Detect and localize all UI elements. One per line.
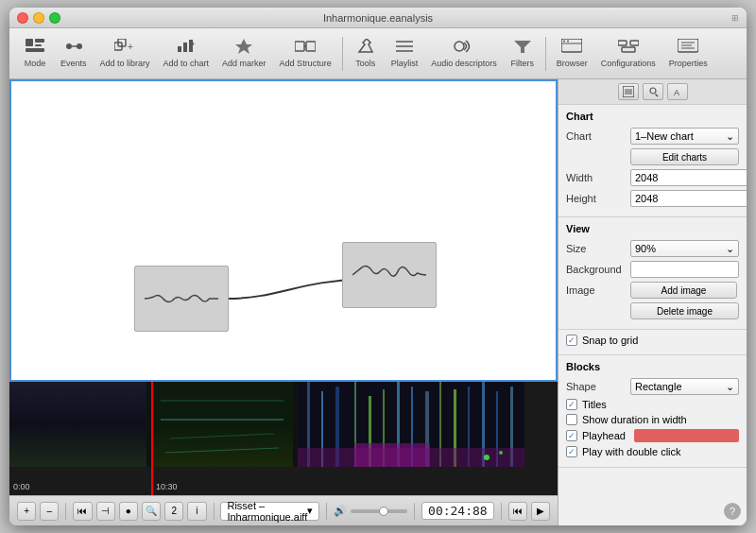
add-chart-label: Add to chart xyxy=(163,59,210,68)
add-chart-icon: + xyxy=(177,39,196,57)
toolbar-playlist[interactable]: Playlist xyxy=(386,35,424,72)
shape-select[interactable]: Rectangle ⌄ xyxy=(630,378,739,395)
toolbar-filters[interactable]: Filters xyxy=(505,35,541,72)
svg-rect-11 xyxy=(183,43,187,52)
svg-text:+: + xyxy=(191,40,196,48)
snap-checkbox[interactable]: ✓ xyxy=(566,335,577,346)
toolbar-properties[interactable]: Properties xyxy=(663,35,713,72)
audio-desc-label: Audio descriptors xyxy=(431,59,497,68)
width-row: Width xyxy=(566,169,739,186)
chart-value: 1–New chart xyxy=(635,130,694,142)
waveform-1 xyxy=(145,280,218,318)
chart-title: Chart xyxy=(566,111,739,122)
playhead-color[interactable] xyxy=(634,429,739,442)
height-input[interactable] xyxy=(630,190,747,207)
toolbar-sep-2 xyxy=(545,37,546,71)
snap-label: Snap to grid xyxy=(582,335,638,346)
show-duration-label: Show duration in width xyxy=(582,414,687,425)
play-button[interactable]: ▶ xyxy=(531,502,550,521)
edit-charts-row: Edit charts xyxy=(566,148,739,165)
delete-image-button[interactable]: Delete image xyxy=(630,302,739,319)
spectrogram-1 xyxy=(9,382,146,467)
volume-slider-track[interactable] xyxy=(351,509,407,513)
toolbar: Mode Events + Add to library + Add to ch… xyxy=(9,28,747,79)
toolbar-events[interactable]: Events xyxy=(55,35,93,72)
connector-svg xyxy=(11,81,556,380)
svg-rect-0 xyxy=(26,39,33,46)
add-button[interactable]: + xyxy=(17,502,36,521)
add-library-icon: + xyxy=(114,39,135,57)
toolbar-tools[interactable]: Tools xyxy=(348,35,384,72)
toolbar-browser[interactable]: Browser xyxy=(551,35,593,72)
resize-icon[interactable]: ⊞ xyxy=(731,13,739,23)
audio-block-2[interactable] xyxy=(342,242,437,308)
add-image-button[interactable]: Add image xyxy=(630,282,737,299)
tools-icon xyxy=(357,39,374,57)
main-content: 0:00 10:30 + – ⏮ ⊣ ● 🔍 2 i Ri xyxy=(9,79,747,525)
volume-slider-thumb[interactable] xyxy=(379,507,388,516)
close-button[interactable] xyxy=(17,12,28,24)
traffic-lights xyxy=(17,12,60,24)
edit-charts-button[interactable]: Edit charts xyxy=(630,148,739,165)
mode-label: Mode xyxy=(25,59,46,68)
num-button[interactable]: 2 xyxy=(164,502,183,521)
timeline-area[interactable]: 0:00 10:30 xyxy=(9,382,558,495)
configurations-icon xyxy=(618,39,639,57)
toolbar-audio-desc[interactable]: Audio descriptors xyxy=(425,35,503,72)
help-button[interactable]: ? xyxy=(724,503,741,520)
toolbar-add-chart[interactable]: + Add to chart xyxy=(158,35,215,72)
show-duration-row: Show duration in width xyxy=(566,414,739,425)
rewind-button[interactable]: ⏮ xyxy=(73,502,92,521)
svg-point-56 xyxy=(484,455,490,460)
image-label: Image xyxy=(566,284,630,296)
maximize-button[interactable] xyxy=(49,12,60,24)
chart-select[interactable]: 1–New chart ⌄ xyxy=(630,128,739,145)
chart-select-arrow: ⌄ xyxy=(726,130,734,143)
toolbar-configurations[interactable]: Configurations xyxy=(595,35,662,72)
minimize-button[interactable] xyxy=(33,12,44,24)
transport-sep-1 xyxy=(65,503,66,520)
main-window: Inharmonique.eanalysis ⊞ Mode Events + A… xyxy=(9,8,747,525)
titles-checkbox[interactable]: ✓ xyxy=(566,399,577,410)
record-button[interactable]: ● xyxy=(119,502,138,521)
playhead-checkbox[interactable]: ✓ xyxy=(566,430,577,441)
toolbar-mode[interactable]: Mode xyxy=(17,35,53,72)
toolbar-add-library[interactable]: + Add to library xyxy=(94,35,156,72)
chart-label: Chart xyxy=(566,130,630,142)
size-row: Size 90% ⌄ xyxy=(566,240,739,257)
toolbar-add-marker[interactable]: Add marker xyxy=(216,35,272,72)
background-color[interactable] xyxy=(630,261,739,278)
chart-row: Chart 1–New chart ⌄ xyxy=(566,128,739,145)
toolbar-add-structure[interactable]: Add Structure xyxy=(274,35,337,72)
rp-icon-3[interactable]: A xyxy=(667,83,688,100)
shape-select-arrow: ⌄ xyxy=(726,381,734,393)
show-duration-checkbox[interactable] xyxy=(566,414,577,425)
track-selector[interactable]: Risset – Inharmonique.aiff ▾ xyxy=(220,502,319,521)
filters-label: Filters xyxy=(510,59,534,68)
play-double-click-row: ✓ Play with double click xyxy=(566,446,739,457)
size-select[interactable]: 90% ⌄ xyxy=(630,240,739,257)
time-display: 00:24:88 xyxy=(421,502,494,520)
svg-rect-2 xyxy=(35,44,42,46)
right-panel: A Chart Chart 1–New chart ⌄ Edit charts xyxy=(558,79,747,525)
browser-icon xyxy=(561,39,582,57)
canvas-area[interactable] xyxy=(9,79,558,382)
titles-label: Titles xyxy=(582,399,607,410)
time-label-start: 0:00 xyxy=(13,482,30,491)
blocks-title: Blocks xyxy=(566,361,739,372)
prev-button[interactable]: ⏮ xyxy=(508,502,527,521)
info-button[interactable]: i xyxy=(187,502,206,521)
search-button[interactable]: 🔍 xyxy=(142,502,161,521)
transport-bar: + – ⏮ ⊣ ● 🔍 2 i Risset – Inharmonique.ai… xyxy=(9,495,558,525)
play-double-click-checkbox[interactable]: ✓ xyxy=(566,446,577,457)
svg-rect-28 xyxy=(630,41,639,45)
skip-back-button[interactable]: ⊣ xyxy=(96,502,115,521)
rp-icon-2[interactable] xyxy=(643,83,663,100)
width-input[interactable] xyxy=(630,169,747,186)
configurations-label: Configurations xyxy=(601,59,656,68)
timeline-playhead xyxy=(151,382,153,495)
rp-icon-1[interactable] xyxy=(618,83,639,100)
audio-block-1[interactable] xyxy=(134,266,229,332)
height-row: Height xyxy=(566,190,739,207)
remove-button[interactable]: – xyxy=(40,502,59,521)
